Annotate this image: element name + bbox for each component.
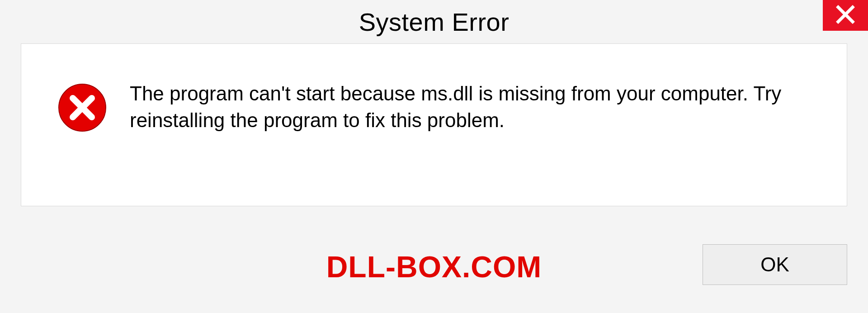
- watermark-text: DLL-BOX.COM: [326, 250, 542, 284]
- ok-button[interactable]: OK: [703, 244, 847, 285]
- footer: DLL-BOX.COM OK: [0, 206, 868, 313]
- content-panel: The program can't start because ms.dll i…: [21, 43, 847, 206]
- ok-button-label: OK: [760, 253, 789, 276]
- error-message: The program can't start because ms.dll i…: [130, 80, 820, 134]
- titlebar: System Error: [0, 0, 868, 43]
- dialog-title: System Error: [359, 7, 509, 37]
- close-icon: [835, 5, 855, 26]
- close-button[interactable]: [823, 0, 868, 31]
- error-icon: [57, 83, 107, 133]
